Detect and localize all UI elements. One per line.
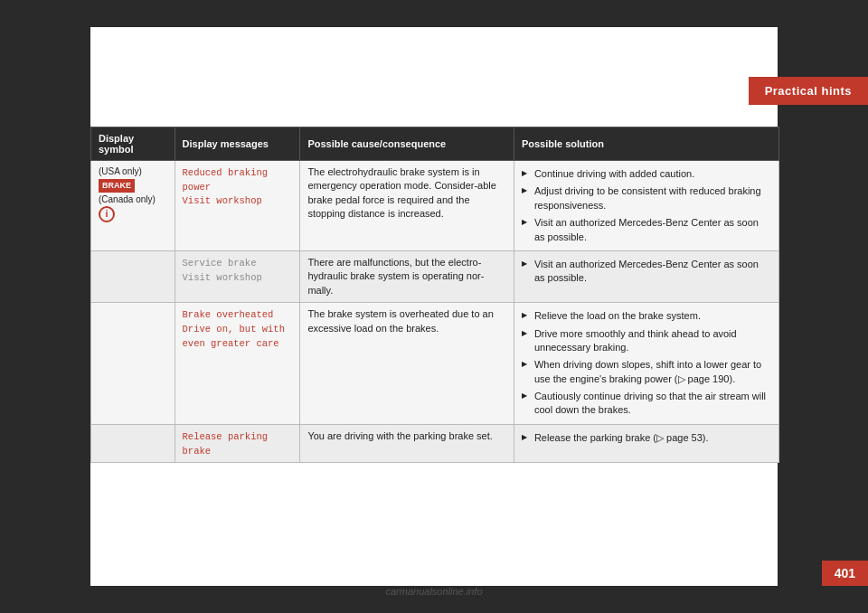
canada-label: (Canada only) bbox=[99, 194, 156, 204]
cause-cell-3: The brake system is overheated due to an… bbox=[300, 303, 514, 425]
display-message-4a: Release parkingbrake bbox=[183, 431, 269, 457]
solution-cell-3: Relieve the load on the brake system. Dr… bbox=[514, 303, 778, 425]
solution-item: Relieve the load on the brake system. bbox=[522, 307, 771, 325]
solution-item: When driving down slopes, shift into a l… bbox=[522, 356, 771, 388]
usa-label: (USA only) bbox=[99, 166, 142, 176]
solution-item: Visit an authorized Mercedes-Benz Center… bbox=[522, 256, 771, 288]
solution-item: Continue driving with added caution. bbox=[522, 165, 771, 183]
solution-item: Cautiously continue driving so that the … bbox=[522, 388, 771, 420]
solution-cell-2: Visit an authorized Mercedes-Benz Center… bbox=[514, 250, 778, 302]
table-row: Brake overheatedDrive on, but witheven g… bbox=[91, 303, 779, 425]
symbol-cell: (USA only) BRAKE (Canada only) i bbox=[91, 161, 175, 251]
solution-item: Adjust driving to be consistent with red… bbox=[522, 183, 771, 214]
brake-badge: BRAKE bbox=[99, 179, 135, 193]
cause-cell-2: There are malfunctions, but the electro-… bbox=[300, 250, 514, 302]
messages-cell-1: Reduced braking powerVisit workshop bbox=[175, 161, 300, 251]
messages-cell-3: Brake overheatedDrive on, but witheven g… bbox=[175, 303, 300, 425]
messages-cell-4: Release parkingbrake bbox=[175, 424, 300, 462]
solution-item: Drive more smoothly and think ahead to a… bbox=[522, 325, 771, 357]
col-header-messages: Display messages bbox=[175, 127, 300, 161]
table-row: Service brakeVisit workshop There are ma… bbox=[91, 250, 779, 302]
header-tab: Practical hints bbox=[749, 77, 868, 105]
solution-item: Visit an authorized Mercedes-Benz Center… bbox=[522, 214, 771, 246]
display-message-2a: Service brakeVisit workshop bbox=[183, 258, 262, 283]
solution-cell-1: Continue driving with added caution. Adj… bbox=[514, 161, 778, 251]
symbol-cell-3 bbox=[91, 303, 175, 425]
table-row: (USA only) BRAKE (Canada only) i Reduced… bbox=[91, 161, 779, 251]
symbol-cell-2 bbox=[91, 250, 175, 302]
header-title: Practical hints bbox=[765, 84, 852, 98]
table-row: Release parkingbrake You are driving wit… bbox=[91, 424, 779, 462]
col-header-cause: Possible cause/consequence bbox=[300, 127, 514, 161]
watermark: carmanualsonline.info bbox=[385, 586, 482, 597]
cause-cell-4: You are driving with the parking brake s… bbox=[300, 424, 514, 462]
page-number: 401 bbox=[822, 561, 868, 586]
main-table: Display symbol Display messages Possible… bbox=[90, 127, 779, 463]
display-message-1a: Reduced braking powerVisit workshop bbox=[183, 167, 269, 206]
symbol-cell-4 bbox=[91, 424, 175, 462]
display-message-3a: Brake overheatedDrive on, but witheven g… bbox=[183, 309, 285, 348]
col-header-symbol: Display symbol bbox=[91, 127, 175, 161]
solution-item: Release the parking brake (▷ page 53). bbox=[522, 429, 771, 447]
messages-cell-2: Service brakeVisit workshop bbox=[175, 250, 300, 302]
col-header-solution: Possible solution bbox=[514, 127, 778, 161]
cause-cell-1: The electrohydraulic brake system is in … bbox=[300, 161, 514, 251]
solution-cell-4: Release the parking brake (▷ page 53). bbox=[514, 424, 778, 462]
circle-i-icon: i bbox=[99, 206, 115, 222]
